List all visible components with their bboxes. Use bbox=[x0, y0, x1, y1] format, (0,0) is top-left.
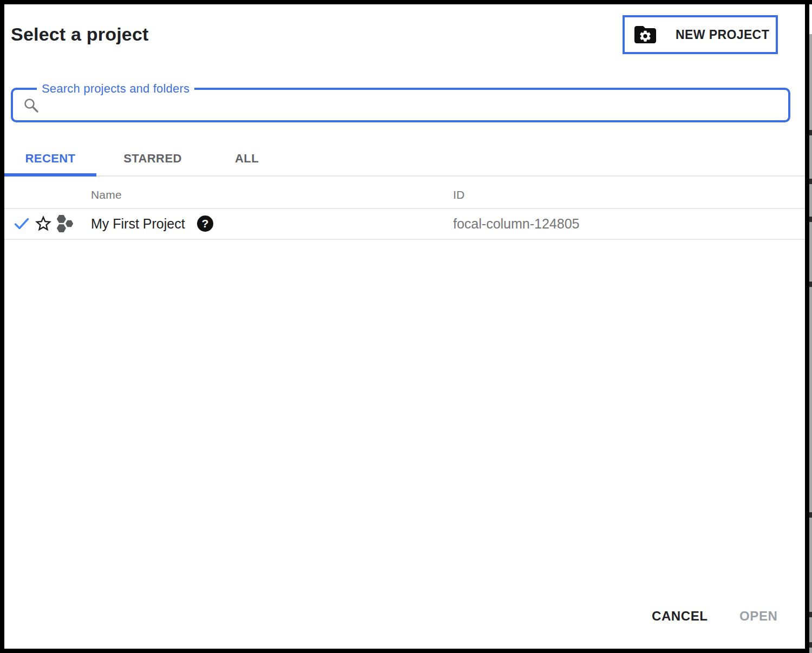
search-icon bbox=[23, 97, 40, 114]
background-page-sliver bbox=[809, 4, 812, 653]
tab-recent[interactable]: RECENT bbox=[4, 143, 96, 173]
background-text-fragment bbox=[809, 282, 812, 287]
column-header-name: Name bbox=[91, 188, 122, 201]
search-field-label: Search projects and folders bbox=[37, 81, 194, 96]
tab-bar: RECENT STARRED ALL bbox=[4, 143, 805, 177]
background-text-fragment bbox=[809, 179, 812, 184]
row-divider bbox=[4, 239, 805, 240]
project-id: focal-column-124805 bbox=[453, 209, 579, 239]
open-button[interactable]: OPEN bbox=[739, 606, 777, 626]
cancel-button[interactable]: CANCEL bbox=[652, 606, 708, 626]
table-row[interactable]: My First Project ? focal-column-124805 bbox=[4, 209, 805, 239]
active-tab-indicator bbox=[4, 173, 96, 177]
check-icon bbox=[13, 215, 30, 232]
project-name: My First Project bbox=[91, 209, 185, 239]
tab-starred[interactable]: STARRED bbox=[96, 143, 209, 173]
background-text-fragment bbox=[809, 642, 812, 648]
tabs-divider bbox=[4, 175, 805, 177]
tab-all-label: ALL bbox=[235, 152, 259, 166]
tab-recent-label: RECENT bbox=[25, 152, 76, 166]
tab-all[interactable]: ALL bbox=[209, 143, 285, 173]
tab-starred-label: STARRED bbox=[123, 152, 182, 166]
page-title: Select a project bbox=[11, 24, 149, 45]
new-project-button[interactable]: NEW PROJECT bbox=[623, 15, 778, 54]
background-text-fragment bbox=[809, 130, 812, 135]
column-header-id: ID bbox=[453, 188, 464, 201]
star-icon[interactable] bbox=[34, 214, 53, 233]
project-hexagons-icon bbox=[55, 213, 76, 234]
search-field: Search projects and folders bbox=[11, 88, 790, 122]
select-project-dialog: Select a project NEW PROJECT Search proj… bbox=[4, 4, 805, 649]
background-text-fragment bbox=[809, 217, 812, 222]
background-sliver-highlight bbox=[809, 4, 812, 34]
background-text-fragment bbox=[809, 612, 812, 617]
folder-gear-icon bbox=[632, 22, 658, 48]
new-project-label: NEW PROJECT bbox=[676, 28, 769, 42]
background-text-fragment bbox=[809, 512, 812, 518]
help-icon[interactable]: ? bbox=[197, 216, 213, 232]
